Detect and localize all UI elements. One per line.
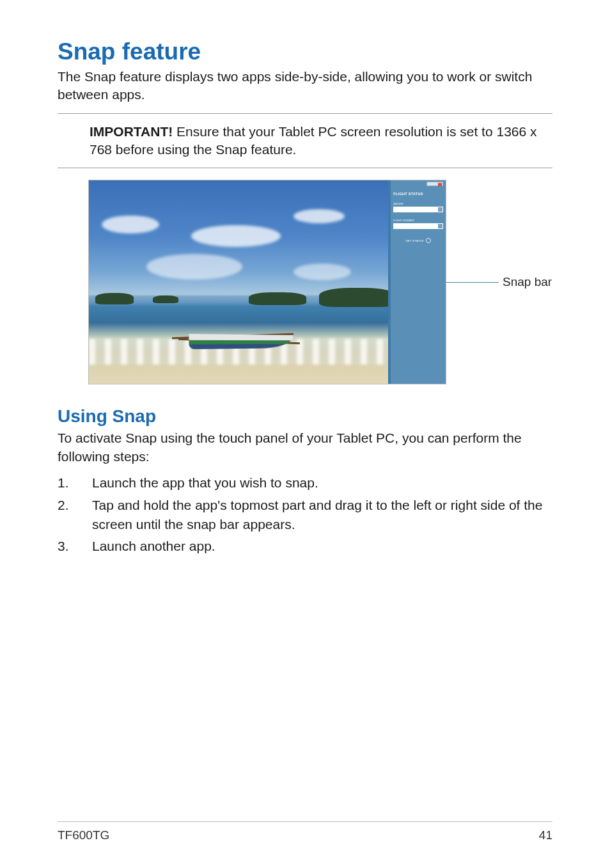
step-number: 2. [58,496,92,535]
important-label: IMPORTANT! [90,124,173,139]
footer-page-number: 41 [539,828,552,842]
page-heading: Snap feature [58,38,552,65]
footer-model: TF600TG [58,828,109,842]
figure-row: FLIGHT STATUS AIRLINE FLIGHT NUMBER GET … [58,180,552,384]
important-note: IMPORTANT! Ensure that your Tablet PC sc… [58,113,552,169]
intro-paragraph: The Snap feature displays two apps side-… [58,68,552,104]
app-title: FLIGHT STATUS [393,192,443,196]
step-text: Tap and hold the app's topmost part and … [92,496,552,535]
airline-icon [438,207,442,212]
photo-app-pane [89,180,388,384]
get-status-button: GET STATUS [393,238,443,243]
step-number: 3. [58,537,92,556]
boat-illustration [191,323,300,349]
snap-screenshot: FLIGHT STATUS AIRLINE FLIGHT NUMBER GET … [88,180,446,384]
step-item: 2. Tap and hold the app's topmost part a… [58,496,552,535]
flight-number-field [393,223,443,229]
page-footer: TF600TG 41 [58,821,552,842]
using-snap-intro: To activate Snap using the touch panel o… [58,429,552,466]
callout-line [446,282,499,283]
window-controls-icon [426,182,443,186]
flight-status-app-pane: FLIGHT STATUS AIRLINE FLIGHT NUMBER GET … [391,180,446,384]
step-item: 3. Launch another app. [58,537,552,556]
number-icon [438,224,442,228]
airline-field [393,207,443,212]
using-snap-heading: Using Snap [58,406,552,427]
step-text: Launch another app. [92,537,215,556]
step-number: 1. [58,473,92,493]
step-text: Launch the app that you wish to snap. [92,473,318,493]
step-item: 1. Launch the app that you wish to snap. [58,473,552,493]
arrow-circle-icon [426,238,431,243]
callout-label: Snap bar [503,275,552,289]
airline-label: AIRLINE [393,202,443,205]
get-status-label: GET STATUS [405,239,423,242]
flight-number-label: FLIGHT NUMBER [393,219,443,222]
steps-list: 1. Launch the app that you wish to snap.… [58,473,552,556]
